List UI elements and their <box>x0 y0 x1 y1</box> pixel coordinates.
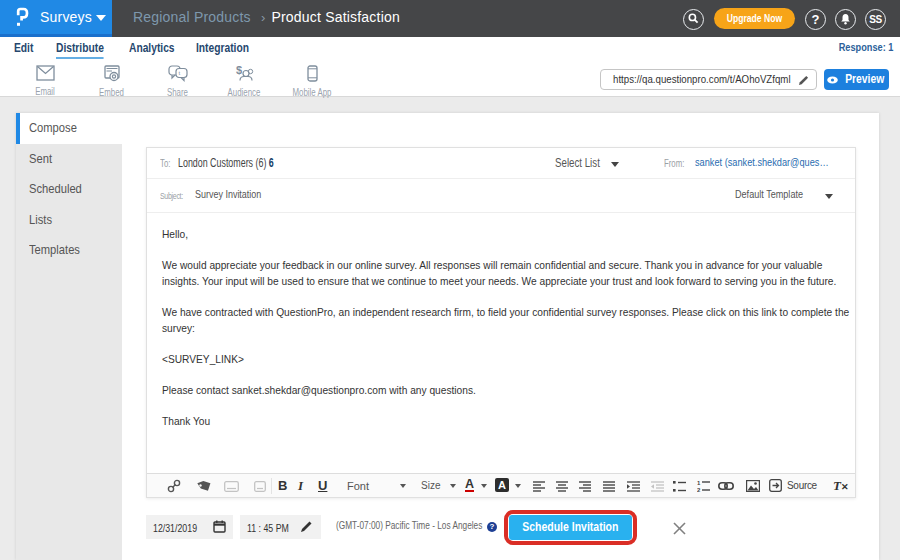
svg-text:$: $ <box>236 65 242 76</box>
svg-text:2: 2 <box>697 487 701 492</box>
svg-text:1: 1 <box>697 480 701 486</box>
